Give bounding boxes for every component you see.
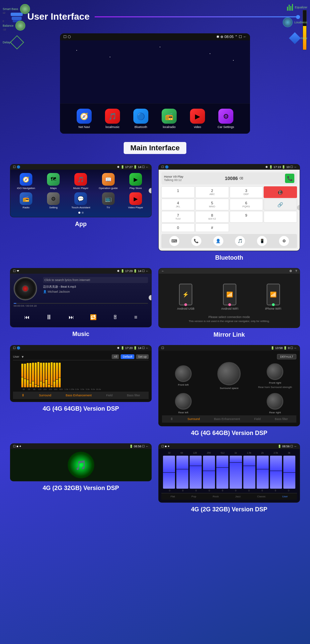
preset-jazz[interactable]: Jazz xyxy=(234,494,242,499)
numpad-6[interactable]: 6PQRS xyxy=(230,199,263,210)
dsp4-bar-1-top[interactable] xyxy=(163,456,175,472)
dsp4-bar-7-top[interactable] xyxy=(243,456,255,466)
numpad-star[interactable] xyxy=(264,211,297,223)
dsp4-bar-6-top[interactable] xyxy=(230,456,242,462)
bt-delete-icon[interactable]: ⌫ xyxy=(239,177,243,180)
knob-surround-dial[interactable] xyxy=(217,362,241,385)
numpad-hash[interactable]: # xyxy=(195,223,229,232)
knob-rearright-dial[interactable] xyxy=(267,393,283,410)
knob-frontright-dial[interactable] xyxy=(267,363,283,380)
numpad-1[interactable]: 1 xyxy=(161,186,195,198)
preset-classic[interactable]: Classic xyxy=(256,494,267,499)
eq-bar-4b[interactable] xyxy=(29,383,31,387)
eq-bar-7b[interactable] xyxy=(37,386,39,387)
mini-app-opguide[interactable]: 📖 Operation guide xyxy=(96,173,121,190)
preset-pop[interactable]: Pop xyxy=(190,494,197,499)
dsp2-tab-field[interactable]: Field xyxy=(253,417,262,421)
dsp1-setup-btn[interactable]: Set up xyxy=(136,354,149,359)
eq-bar-14b[interactable] xyxy=(56,380,58,387)
mini-app-maps[interactable]: 🗺 Maps xyxy=(41,173,66,190)
numpad-2[interactable]: 2ABC xyxy=(195,186,229,198)
dsp1-tab-bassfilter[interactable]: Bass filter xyxy=(126,393,142,398)
eq-bar-1a[interactable] xyxy=(21,364,23,377)
dsp1-tab-field[interactable]: Field xyxy=(105,393,114,398)
numpad-0[interactable]: 0 xyxy=(161,223,195,232)
dsp4-bar-6-bot[interactable] xyxy=(230,463,242,489)
dsp4-bar-2-top[interactable] xyxy=(176,456,188,469)
eq-bar-10b[interactable] xyxy=(45,380,47,387)
bt-contacts-btn[interactable]: 👤 xyxy=(213,236,223,246)
numpad-7[interactable]: 7TUV xyxy=(161,211,195,223)
eq-bar-10a[interactable] xyxy=(45,363,47,379)
android-usb-option[interactable]: ⚡ Android USB xyxy=(177,284,194,310)
iphone-wifi-option[interactable]: 📶 iPhone WiFi xyxy=(265,284,281,310)
eq-bar-5b[interactable] xyxy=(32,381,34,387)
mini-app-setting[interactable]: ⚙ Setting xyxy=(41,192,66,209)
dsp1-all-btn[interactable]: All xyxy=(112,354,119,359)
dsp2-default-btn[interactable]: DEFAULT xyxy=(277,354,296,359)
dsp1-default-btn[interactable]: Default xyxy=(121,354,134,359)
dsp4-bar-8-bot[interactable] xyxy=(257,469,269,489)
app-bluetooth[interactable]: 🔵 Bluetooth xyxy=(130,109,152,129)
dsp1-tab-eq[interactable]: 🎚 xyxy=(20,393,26,398)
mini-app-igo[interactable]: 🧭 iGO Navigation xyxy=(14,173,38,190)
bt-music-btn[interactable]: 🎵 xyxy=(235,236,245,246)
eq-bar-7a[interactable] xyxy=(37,362,39,385)
bt-device-btn[interactable]: 📱 xyxy=(257,236,267,246)
dsp2-tab-bassfilter[interactable]: Bass filter xyxy=(273,417,289,421)
mini-app-touchassistant[interactable]: 💬 Touch-Assistant xyxy=(68,192,93,209)
preset-user[interactable]: User xyxy=(281,494,289,499)
eq-bar-4a[interactable] xyxy=(29,363,31,383)
dsp4-bar-5-bot[interactable] xyxy=(216,468,228,489)
dsp4-bar-9-bot[interactable] xyxy=(270,471,282,489)
dsp4-bar-9-top[interactable] xyxy=(270,456,282,471)
mirror-help-icon[interactable]: ? xyxy=(295,269,297,273)
bt-keyboard-btn[interactable]: ⌨ xyxy=(169,236,179,246)
eq-bar-6a[interactable] xyxy=(35,363,37,384)
numpad-4[interactable]: 4JKL xyxy=(161,199,195,210)
mini-app-musicplayer[interactable]: 🎵 Music Player xyxy=(68,173,93,190)
eq-bar-9b[interactable] xyxy=(43,383,45,387)
eq-bar-2a[interactable] xyxy=(24,364,26,379)
dsp4-bar-8-top[interactable] xyxy=(257,456,269,469)
preset-rock[interactable]: Rock xyxy=(211,494,220,499)
eq-bar-12b[interactable] xyxy=(51,386,53,387)
numpad-5[interactable]: 5MNO xyxy=(195,199,229,210)
knob-rearleft-dial[interactable] xyxy=(175,393,192,410)
bt-call-icon[interactable]: 📞 xyxy=(285,174,294,183)
progress-track[interactable] xyxy=(14,303,148,304)
numpad-8[interactable]: 8WXYZ xyxy=(195,211,229,223)
app-video[interactable]: ▶ video xyxy=(187,109,208,129)
eq-bar-3b[interactable] xyxy=(27,380,29,387)
app-netnavi[interactable]: 🧭 Net Navi xyxy=(73,109,95,129)
playlist-btn[interactable]: ≡ xyxy=(134,314,137,320)
bt-endcall-icon[interactable]: 📵 xyxy=(264,186,297,198)
play-pause-btn[interactable]: ⏸ xyxy=(46,313,52,321)
eq-bar-11b[interactable] xyxy=(48,385,50,387)
numpad-9[interactable]: 9 xyxy=(230,211,263,223)
mirror-back-icon[interactable]: ← xyxy=(161,269,164,273)
dsp4-bar-10-bot[interactable] xyxy=(283,473,295,489)
dsp1-dropdown-icon[interactable]: ▼ xyxy=(21,355,24,359)
eq-bar-13b[interactable] xyxy=(53,381,55,387)
eq-bar-15a[interactable] xyxy=(59,363,61,378)
prev-btn[interactable]: ⏮ xyxy=(24,314,30,320)
next-btn[interactable]: ⏭ xyxy=(69,314,74,320)
dsp4-bar-4-top[interactable] xyxy=(203,456,215,471)
eq-bar-9a[interactable] xyxy=(43,363,45,383)
numpad-3[interactable]: 3DEF xyxy=(230,186,263,198)
dsp4-bar-4-bot[interactable] xyxy=(203,471,215,489)
eq-bar-8a[interactable] xyxy=(40,363,42,381)
eq-bar-6b[interactable] xyxy=(35,385,37,387)
eq-bar-8b[interactable] xyxy=(40,381,42,387)
dsp1-tab-bass[interactable]: Bass Enhancement xyxy=(64,393,93,398)
bt-side-indicator[interactable] xyxy=(297,205,300,210)
mini-app-videoplayer[interactable]: ▶ Video Player xyxy=(123,192,148,209)
eq-bar-3a[interactable] xyxy=(27,363,29,380)
music-side-indicator[interactable] xyxy=(149,295,152,300)
app-side-indicator[interactable] xyxy=(149,188,152,193)
eq-bar-15b[interactable] xyxy=(59,378,61,387)
mini-app-radio[interactable]: 📻 Radio xyxy=(14,192,38,209)
mini-app-playstore[interactable]: ▶ Play Store xyxy=(123,173,148,190)
app-localmusic[interactable]: 🎵 localmusic xyxy=(102,109,123,129)
